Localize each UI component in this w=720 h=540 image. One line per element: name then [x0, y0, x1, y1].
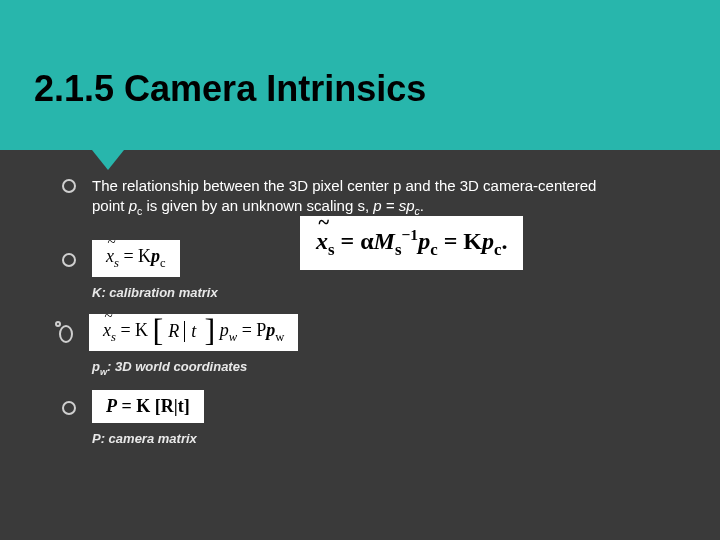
- equation-4: P = K [R|t]: [92, 390, 204, 423]
- equation-3: xs = K [Rt ] pw = Ppw: [89, 314, 298, 351]
- bullet-icon: [62, 253, 76, 267]
- bullet-icon: [59, 325, 73, 343]
- bullet-icon: [62, 179, 76, 193]
- slide-title: 2.1.5 Camera Intrinsics: [34, 68, 426, 110]
- title-band: 2.1.5 Camera Intrinsics: [0, 0, 720, 150]
- bullet-4: P = K [R|t]: [62, 390, 696, 423]
- bullet-icon: [62, 401, 76, 415]
- equation-2: xs = Kpc: [92, 240, 180, 277]
- caption-k: K: calibration matrix: [92, 285, 696, 300]
- intro-text: The relationship between the 3D pixel ce…: [92, 176, 596, 218]
- bullet-3: xs = K [Rt ] pw = Ppw: [62, 314, 696, 351]
- bullet-2: xs = Kpc: [62, 240, 696, 277]
- notch-icon: [92, 150, 124, 170]
- caption-p: P: camera matrix: [92, 431, 696, 446]
- slide: 2.1.5 Camera Intrinsics xs = αMs−1pc = K…: [0, 0, 720, 540]
- caption-pw: pw: 3D world coordinates: [92, 359, 696, 377]
- content-area: The relationship between the 3D pixel ce…: [62, 176, 696, 460]
- bullet-1: The relationship between the 3D pixel ce…: [62, 176, 696, 218]
